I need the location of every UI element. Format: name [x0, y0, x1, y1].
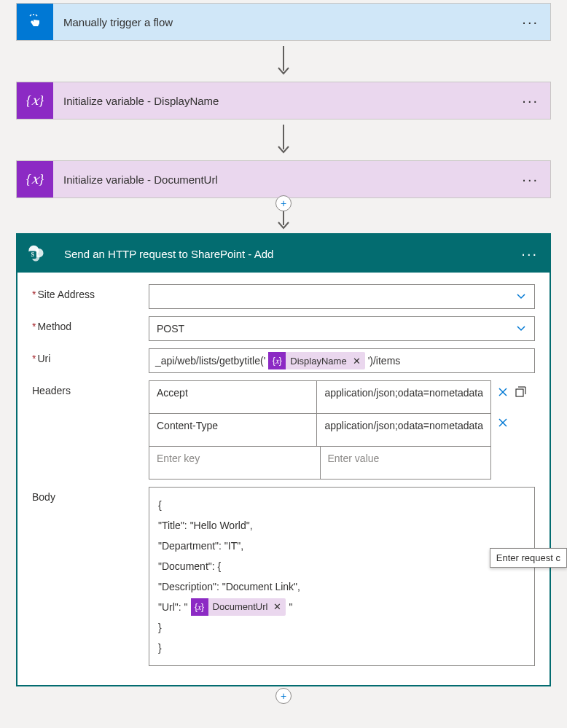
body-line: {: [158, 495, 525, 515]
token-label: DocumentUrl: [213, 598, 268, 617]
add-step-button[interactable]: +: [275, 195, 292, 211]
site-address-select[interactable]: [149, 284, 535, 309]
header-value[interactable]: application/json;odata=nometadata: [317, 414, 490, 446]
variable-icon: {𝑥}: [17, 161, 53, 197]
pointer-icon: [17, 4, 53, 40]
trigger-title: Manually trigger a flow: [53, 16, 173, 28]
add-step-button[interactable]: +: [275, 688, 292, 704]
header-row: Content-Type application/json;odata=nome…: [149, 414, 490, 447]
variable-icon: {𝑥}: [191, 598, 208, 616]
var2-title: Initialize variable - DocumentUrl: [53, 173, 218, 186]
site-address-label: Site Address: [32, 284, 149, 300]
uri-label: Uri: [32, 348, 149, 364]
body-line: }: [158, 617, 525, 638]
var1-menu-button[interactable]: ···: [522, 93, 539, 109]
body-line-suffix: ": [289, 597, 292, 617]
body-input[interactable]: { "Title": "Hello World", "Department": …: [149, 487, 535, 666]
delete-header-button[interactable]: [497, 417, 509, 428]
body-line: "Description": "Document Link",: [158, 576, 525, 597]
header-value[interactable]: application/json;odata=nometadata: [317, 381, 490, 413]
uri-suffix: ')/items: [368, 355, 401, 367]
header-row-new: Enter key Enter value: [149, 447, 490, 479]
method-select[interactable]: POST: [149, 316, 535, 341]
body-label: Body: [32, 487, 149, 503]
body-line: "Document": {: [158, 556, 525, 576]
var1-title: Initialize variable - DisplayName: [53, 95, 219, 107]
variable-card-documenturl[interactable]: {𝑥} Initialize variable - DocumentUrl ··…: [16, 160, 551, 198]
method-value: POST: [157, 323, 184, 334]
token-remove-button[interactable]: ✕: [353, 356, 361, 367]
http-action-card: S Send an HTTP request to SharePoint - A…: [16, 233, 551, 686]
header-key-input[interactable]: Enter key: [149, 447, 321, 479]
svg-text:S: S: [31, 251, 34, 258]
var2-menu-button[interactable]: ···: [522, 171, 539, 188]
token-displayname[interactable]: {𝑥} DisplayName ✕: [268, 352, 364, 369]
headers-table: Accept application/json;odata=nometadata…: [149, 380, 491, 480]
token-remove-button[interactable]: ✕: [273, 598, 281, 617]
connector-arrow: [276, 120, 291, 160]
header-value-input[interactable]: Enter value: [321, 447, 491, 479]
header-row: Accept application/json;odata=nometadata: [149, 381, 490, 414]
http-menu-button[interactable]: ···: [521, 246, 538, 262]
delete-header-button[interactable]: [497, 386, 509, 398]
chevron-down-icon: [515, 322, 527, 336]
header-key[interactable]: Content-Type: [149, 414, 317, 446]
switch-to-text-mode-button[interactable]: [515, 386, 526, 398]
body-line-prefix: "Url": ": [158, 597, 188, 617]
body-line: "Url": " {𝑥} DocumentUrl ✕ ": [158, 597, 525, 617]
variable-icon: {𝑥}: [17, 82, 53, 119]
variable-icon: {𝑥}: [268, 352, 286, 369]
connector-arrow: +: [276, 198, 291, 233]
header-key[interactable]: Accept: [149, 381, 317, 413]
trigger-card[interactable]: Manually trigger a flow ···: [16, 3, 551, 41]
chevron-down-icon: [515, 290, 527, 304]
connector-arrow: [276, 41, 291, 82]
headers-label: Headers: [32, 380, 149, 396]
variable-card-displayname[interactable]: {𝑥} Initialize variable - DisplayName ··…: [16, 82, 551, 120]
http-header[interactable]: S Send an HTTP request to SharePoint - A…: [17, 235, 550, 273]
body-line: "Department": "IT",: [158, 536, 525, 556]
body-line: "Title": "Hello World",: [158, 515, 525, 536]
trigger-menu-button[interactable]: ···: [522, 14, 539, 31]
token-label: DisplayName: [290, 356, 346, 367]
body-line: }: [158, 638, 525, 658]
token-documenturl[interactable]: {𝑥} DocumentUrl ✕: [191, 598, 286, 616]
tooltip: Enter request c: [490, 548, 567, 568]
sharepoint-icon: S: [17, 235, 54, 272]
http-title: Send an HTTP request to SharePoint - Add: [54, 248, 273, 260]
uri-prefix: _api/web/lists/getbytitle(': [155, 355, 265, 367]
method-label: Method: [32, 316, 149, 332]
uri-input[interactable]: _api/web/lists/getbytitle(' {𝑥} DisplayN…: [149, 348, 535, 373]
svg-rect-10: [516, 389, 523, 396]
